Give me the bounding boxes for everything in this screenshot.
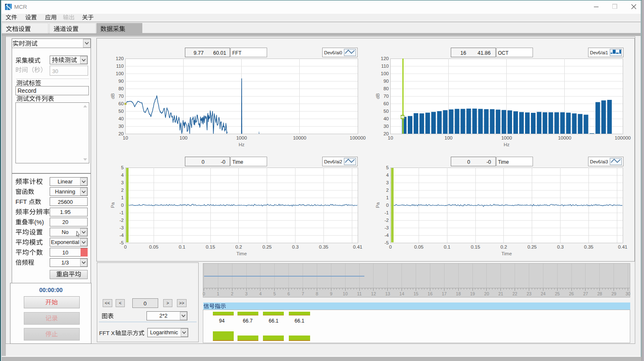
svg-text:0.15: 0.15: [471, 244, 480, 249]
svg-text:16: 16: [460, 50, 466, 56]
svg-text:-4: -4: [384, 233, 389, 238]
svg-text:1000: 1000: [501, 135, 512, 140]
svg-text:30: 30: [384, 124, 389, 129]
svg-text:94: 94: [219, 318, 225, 324]
svg-text:Dev6/ai2: Dev6/ai2: [324, 159, 342, 164]
svg-text:3: 3: [121, 180, 124, 185]
svg-text:20: 20: [484, 291, 489, 296]
svg-text:0: 0: [124, 244, 126, 249]
svg-text:-4: -4: [119, 233, 124, 238]
svg-text:120: 120: [116, 56, 124, 61]
svg-text:-3: -3: [119, 225, 124, 230]
svg-text:MCR: MCR: [14, 4, 27, 10]
svg-text:60: 60: [119, 101, 124, 106]
svg-text:5: 5: [273, 291, 276, 296]
svg-text:<: <: [119, 300, 121, 305]
svg-text:60: 60: [384, 101, 389, 106]
svg-text:-1: -1: [384, 210, 389, 215]
svg-text:5: 5: [121, 165, 124, 170]
svg-text:0: 0: [203, 291, 205, 296]
svg-text:28: 28: [597, 291, 602, 296]
svg-text:0.05: 0.05: [149, 244, 158, 249]
svg-text:0.3: 0.3: [292, 244, 299, 249]
svg-text:110: 110: [116, 64, 124, 69]
svg-text:0: 0: [202, 159, 205, 165]
svg-text:0.25: 0.25: [263, 244, 272, 249]
svg-text:-2: -2: [384, 218, 389, 223]
svg-text:Time: Time: [236, 251, 247, 256]
svg-text:80: 80: [119, 86, 124, 91]
svg-text:Hanning: Hanning: [55, 188, 75, 195]
svg-text:0: 0: [386, 203, 389, 208]
svg-text:dB: dB: [375, 93, 380, 99]
svg-text:1: 1: [386, 195, 389, 200]
svg-text:Dev6/ai3: Dev6/ai3: [590, 159, 608, 164]
svg-text:100000: 100000: [615, 135, 631, 140]
svg-text:4: 4: [259, 291, 262, 296]
svg-text:30: 30: [119, 124, 124, 129]
svg-text:-5: -5: [119, 240, 124, 245]
svg-text:dB: dB: [110, 93, 115, 99]
svg-text:8: 8: [316, 291, 318, 296]
svg-text:100: 100: [381, 71, 389, 76]
svg-text:F: F: [99, 330, 103, 336]
svg-text:25600: 25600: [58, 199, 73, 205]
svg-text:21: 21: [498, 291, 503, 296]
svg-text:13: 13: [385, 291, 390, 296]
svg-text:90: 90: [384, 79, 389, 84]
svg-text:10000: 10000: [558, 135, 571, 140]
svg-text:OCT: OCT: [498, 50, 509, 56]
svg-text:70: 70: [384, 94, 389, 99]
svg-text:0.35: 0.35: [319, 244, 328, 249]
svg-text:25: 25: [555, 291, 560, 296]
svg-text:Linear: Linear: [58, 178, 73, 185]
svg-text:1000: 1000: [236, 135, 247, 140]
svg-text:22: 22: [513, 291, 518, 296]
svg-text:T: T: [106, 330, 109, 336]
svg-text:%: %: [36, 219, 42, 226]
svg-text:1: 1: [121, 195, 124, 200]
svg-text:4: 4: [386, 173, 389, 178]
svg-text:Pa: Pa: [110, 202, 115, 208]
svg-text:Pa: Pa: [375, 202, 380, 208]
svg-text:80: 80: [384, 86, 389, 91]
svg-text:30: 30: [52, 68, 58, 74]
svg-text:20: 20: [62, 219, 68, 225]
svg-text:7: 7: [302, 291, 304, 296]
svg-text:41.86: 41.86: [477, 50, 490, 56]
svg-text:-0: -0: [221, 159, 225, 165]
svg-text:10000: 10000: [293, 135, 306, 140]
svg-text:11: 11: [357, 291, 362, 296]
svg-text:Dev6/ai1: Dev6/ai1: [590, 50, 608, 55]
svg-text:-1: -1: [119, 210, 124, 215]
svg-text:100: 100: [116, 71, 124, 76]
svg-text:0.15: 0.15: [206, 244, 215, 249]
svg-text:66.7: 66.7: [243, 318, 253, 324]
svg-text:18: 18: [456, 291, 461, 296]
svg-text:2*2: 2*2: [159, 313, 168, 319]
svg-text:90: 90: [119, 79, 124, 84]
svg-text:9: 9: [330, 291, 332, 296]
svg-text:30: 30: [626, 291, 631, 296]
svg-text:0.1: 0.1: [179, 244, 185, 249]
svg-text:17: 17: [442, 291, 447, 296]
svg-text:60.01: 60.01: [213, 50, 226, 56]
svg-text:Hz: Hz: [504, 142, 510, 147]
svg-text:Time: Time: [501, 251, 512, 256]
svg-text:Time: Time: [498, 159, 509, 165]
svg-text:6: 6: [288, 291, 290, 296]
svg-text:2: 2: [231, 291, 233, 296]
svg-text:0.41: 0.41: [618, 244, 627, 249]
svg-text:0: 0: [389, 244, 391, 249]
svg-text:10: 10: [343, 291, 348, 296]
svg-text:10: 10: [62, 249, 68, 256]
svg-text:F: F: [103, 330, 106, 336]
svg-text:0.05: 0.05: [414, 244, 423, 249]
svg-text:26: 26: [569, 291, 574, 296]
svg-text:50: 50: [384, 109, 389, 114]
svg-text:X: X: [111, 330, 115, 336]
svg-text:100: 100: [444, 135, 452, 140]
svg-text:0.3: 0.3: [557, 244, 564, 249]
svg-text:-5: -5: [384, 240, 389, 245]
svg-text:120: 120: [381, 56, 389, 61]
